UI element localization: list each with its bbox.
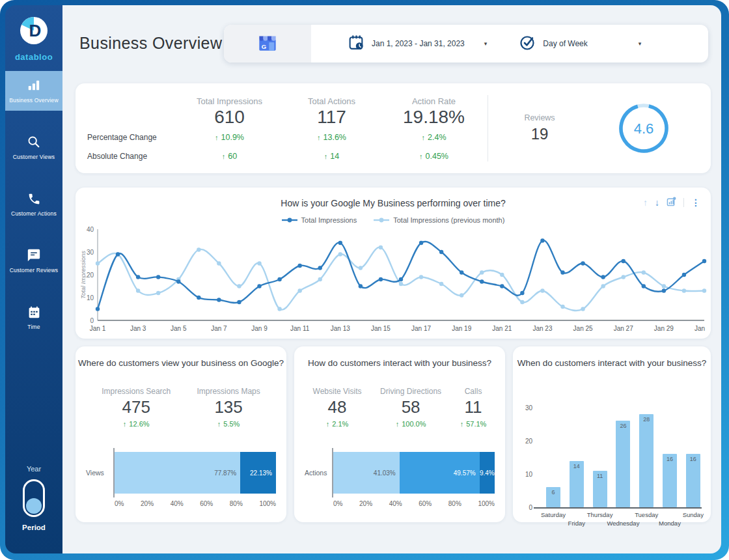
sidebar-item-customer-views[interactable]: Customer Views (5, 128, 62, 167)
actions-card-title: How do customers interact with your busi… (294, 358, 505, 368)
google-business-icon: G (255, 30, 280, 57)
scroll-down-icon[interactable]: ↓ (655, 197, 659, 208)
date-range-selector[interactable]: Jan 1, 2023 - Jan 31, 2023 ▾ (348, 34, 487, 54)
bar-value-label: 14 (570, 463, 584, 469)
svg-text:Jan 1: Jan 1 (90, 325, 106, 332)
axis-tick-label: 80% (448, 500, 461, 507)
kpi-total-impressions: Total Impressions 610 ↑10.9% ↑60 (178, 91, 281, 165)
svg-text:Jan 9: Jan 9 (251, 325, 268, 332)
bar-value-label: 16 (663, 456, 677, 462)
weekday-bar-sunday[interactable]: 16 (686, 454, 700, 507)
period-toggle[interactable] (23, 479, 45, 517)
x-tick-label: Wednesday (600, 520, 646, 527)
up-arrow-icon: ↑ (215, 133, 219, 141)
stacked-bar-segment[interactable]: 49.57% (400, 452, 480, 494)
stacked-bar-segment[interactable]: 22.13% (240, 452, 276, 494)
stacked-bar-segment[interactable]: 9.4% (480, 452, 495, 494)
actions-card: How do customers interact with your busi… (294, 346, 505, 522)
databloo-logo-text: databloo (15, 52, 53, 62)
bar-axis-ticks: 0%20%40%60%80%100% (115, 500, 276, 507)
up-arrow-icon: ↑ (317, 133, 321, 141)
metric-value: 117 (317, 106, 346, 128)
breakdown-selector[interactable]: Day of Week ▾ (519, 34, 641, 53)
x-axis-line (534, 507, 702, 509)
weekday-bar-chart: 01020306Saturday14Friday11Thursday26Wedn… (521, 383, 703, 520)
stacked-bar-track: 77.87%22.13% (115, 452, 276, 494)
metric-driving-directions: Driving Directions 58 ↑100.0% (380, 387, 441, 428)
reviews-label: Reviews (524, 113, 555, 122)
chat-icon (27, 248, 41, 262)
weekday-bar-saturday[interactable]: 6 (546, 487, 560, 507)
sidebar-item-business-overview[interactable]: Business Overview (5, 71, 62, 111)
kpi-reviews: Reviews 19 (491, 91, 588, 165)
axis-tick-label: 20% (141, 500, 154, 507)
weekday-bar-thursday[interactable]: 11 (593, 471, 607, 507)
svg-text:Jan 13: Jan 13 (331, 325, 350, 332)
sidebar-item-time[interactable]: Time (5, 298, 62, 337)
stacked-bar-segment[interactable]: 41.03% (333, 452, 400, 494)
page-title: Business Overview (79, 34, 222, 53)
axis-tick-label: 20% (359, 500, 372, 507)
scroll-up-icon[interactable]: ↑ (643, 197, 648, 208)
chart-settings-icon[interactable] (667, 197, 676, 208)
x-tick-label: Monday (647, 520, 693, 527)
rating-value: 4.6 (634, 120, 654, 137)
dashboard-app: D databloo Business Overview Customer Vi… (5, 5, 721, 553)
google-business-source[interactable]: G (224, 25, 311, 63)
reviews-value: 19 (531, 125, 549, 143)
svg-text:30: 30 (87, 249, 94, 256)
chevron-down-icon: ▾ (484, 40, 488, 47)
metric-calls: Calls 11 ↑57.1% (460, 387, 487, 428)
timing-card-title: When do customers interact with your bus… (513, 358, 711, 368)
axis-tick-label: 100% (478, 500, 495, 507)
bar-axis-ticks: 0%20%40%60%80%100% (333, 500, 495, 507)
views-stacked-bar: Views 77.87%22.13% 0%20%40%60%80%100% (86, 452, 276, 507)
axis-tick-label: 40% (171, 500, 184, 507)
up-arrow-icon: ↑ (422, 133, 426, 141)
timing-card: When do customers interact with your bus… (513, 346, 711, 522)
svg-text:20: 20 (87, 272, 94, 279)
svg-text:Jan 23: Jan 23 (532, 325, 552, 332)
weekday-bar-friday[interactable]: 14 (570, 461, 584, 507)
svg-text:Jan 29: Jan 29 (654, 325, 674, 332)
chevron-down-icon: ▾ (639, 40, 642, 47)
sidebar-item-label: Customer Views (13, 154, 55, 160)
metric-value: 19.18% (403, 106, 465, 128)
metric-label: Total Impressions (197, 91, 262, 106)
segment-value-label: 41.03% (374, 469, 396, 477)
axis-tick-label: 0% (333, 500, 342, 507)
x-tick-label: Friday (554, 520, 599, 527)
period-toggle-group: Year Period (22, 465, 46, 531)
sidebar-item-customer-actions[interactable]: Customer Actions (5, 184, 62, 224)
stacked-bar-segment[interactable]: 77.87% (115, 452, 240, 494)
axis-tick-label: 80% (230, 500, 243, 507)
views-card-title: Where do customers view your business on… (76, 358, 286, 368)
metric-label: Total Actions (308, 91, 355, 106)
axis-tick-label: 100% (259, 500, 276, 507)
phone-icon (27, 191, 41, 206)
sidebar-item-customer-reviews[interactable]: Customer Reviews (5, 241, 62, 281)
weekday-bar-monday[interactable]: 16 (663, 454, 677, 507)
year-label: Year (27, 465, 41, 473)
weekday-bar-tuesday[interactable]: 28 (639, 414, 653, 507)
axis-tick-label: 60% (419, 500, 432, 507)
metric-impressions-search: Impressions Search 475 ↑12.6% (102, 387, 171, 428)
svg-text:Jan 11: Jan 11 (290, 325, 310, 332)
up-arrow-icon: ↑ (217, 420, 221, 428)
svg-text:Jan 15: Jan 15 (371, 325, 391, 332)
performance-card-title: How is your Google My Business performin… (76, 198, 711, 208)
x-tick-label: Sunday (670, 511, 716, 518)
kpi-summary-card: Percentage Change Absolute Change Total … (76, 83, 711, 173)
divider (488, 95, 488, 161)
kpi-total-actions: Total Actions 117 ↑13.6% ↑14 (281, 91, 383, 165)
x-tick-label: Saturday (530, 511, 576, 518)
kebab-menu-icon[interactable]: ⋮ (691, 197, 700, 208)
metric-value: 610 (214, 106, 245, 128)
date-range-value: Jan 1, 2023 - Jan 31, 2023 (372, 39, 465, 48)
svg-text:Jan 25: Jan 25 (573, 325, 593, 332)
main-content: Business Overview G (62, 5, 721, 553)
weekday-bar-wednesday[interactable]: 26 (616, 421, 630, 507)
views-card: Where do customers view your business on… (76, 346, 286, 522)
sidebar-item-label: Customer Actions (11, 210, 57, 217)
sidebar-item-label: Customer Reviews (10, 267, 59, 273)
